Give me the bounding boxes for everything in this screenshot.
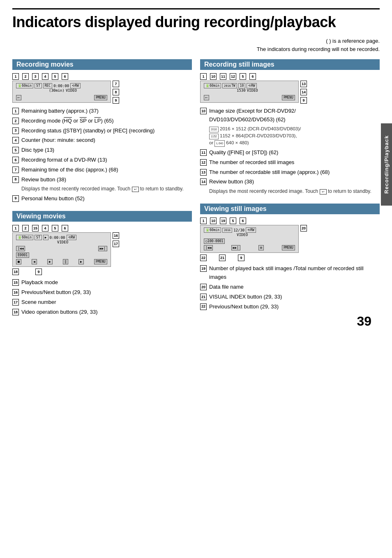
num-12: 12	[230, 73, 236, 80]
diag-screen-rec-movies: 🔋60min ST REC 0:00:00 ⟲RW (30min) VIDEO	[12, 81, 111, 103]
screen-vs-row1: 🔋60min 2016 12/30 ⟲RW	[204, 227, 295, 233]
prev-btn[interactable]: |◀◀	[16, 246, 25, 251]
diag-top-nums-view-still: 1 10 19 5 6	[200, 218, 380, 224]
item-text: Previous/Next button (29, 33)	[21, 288, 192, 297]
diag-body-still-row: 🔋60min 2016TW 10 ⟲RW 1530 VIDEO ⟵	[200, 81, 380, 104]
next-vs[interactable]: ▶▶|	[231, 245, 240, 250]
list-item: 21 VISUAL INDEX button (29, 33)	[200, 293, 380, 301]
num-5vs: 5	[230, 218, 236, 224]
item-num: 21	[200, 294, 207, 300]
screen-vs-row2: VIDEO	[204, 233, 295, 237]
disc-rw-vs: ⟲RW	[246, 227, 256, 233]
review-btn-s[interactable]: ⟵	[204, 95, 209, 100]
item-num: 18	[12, 309, 19, 315]
disc-rw-icon-v: ⟲RW	[67, 235, 77, 240]
image-count: 1530	[237, 88, 246, 93]
screen-row-1: 🔋60min ST REC 0:00:00 ⟲RW	[16, 83, 107, 88]
op-btn-2[interactable]: ◀	[32, 259, 37, 264]
list-item: 10 Image size (Except for DCR-DVD92/DVD1…	[200, 107, 380, 124]
page-title: Indicators displayed during recording/pl…	[12, 8, 380, 31]
ops-row-vs: |◀◀ ▶▶| ⊞ PMENU	[204, 245, 295, 250]
size-badge-1152: 1152	[209, 134, 219, 139]
num-17: 17	[113, 241, 119, 247]
item-text: Review button (38)	[209, 178, 380, 186]
diag-body-row: 🔋60min ST REC 0:00:00 ⟲RW (30min) VIDEO	[12, 81, 192, 104]
item-text: Remaining time of the disc (approx.) (68…	[21, 166, 192, 174]
item-num: 7	[12, 167, 19, 173]
list-item: 15 Playback mode	[12, 278, 192, 287]
num-15: 15	[32, 225, 39, 232]
image-num-vs: 12/30	[233, 228, 244, 232]
num-7: 7	[113, 81, 119, 87]
item-text: Playback mode	[21, 278, 192, 287]
op-btn-5[interactable]: ▶	[78, 259, 84, 264]
list-item: 8 Review button (38)	[12, 176, 192, 184]
num-6: 6	[62, 225, 68, 232]
num-16: 16	[113, 232, 119, 239]
review-btn[interactable]: ⟵	[16, 95, 21, 100]
pmenu-btn-s[interactable]: PMENU	[282, 95, 295, 100]
rec-mode-icon: ST	[35, 83, 42, 88]
item-num: 1	[12, 108, 19, 114]
item-num: 19	[200, 265, 207, 272]
counter-v: 0:00:00	[50, 236, 65, 240]
list-item: 2 Recording mode (HQ or SP or LP) (65)	[12, 117, 192, 125]
item-num: 8	[12, 176, 19, 183]
num-13: 13	[300, 81, 307, 87]
ops-row: ■ ◀ ▶ ‖ ▶ PMENU	[16, 259, 107, 264]
diag-body-vstill-row: 🔋60min 2016 12/30 ⟲RW VIDEO ○100-0001	[200, 225, 380, 253]
viewing-still-section: Viewing still images 1 10 19 5 6 🔋60min	[200, 204, 380, 311]
op-btn-1[interactable]: ■	[16, 259, 21, 264]
list-item: 12 The number of recorded still images	[200, 158, 380, 167]
video-label-v: VIDEO	[57, 240, 68, 244]
right-nums-view: 16 17	[113, 232, 119, 247]
battery-s: 🔋60min	[204, 83, 221, 88]
bottom-nums-vstill: 22 21 9	[200, 255, 380, 261]
recording-movies-diagram: 1 2 3 4 5 6 🔋60min ST REC	[12, 73, 192, 104]
num-2: 2	[22, 73, 29, 80]
vis-idx-btn[interactable]: ⊞	[258, 245, 264, 250]
pmenu-btn-v[interactable]: PMENU	[94, 259, 107, 264]
list-item: 13 The number of recordable still image …	[200, 168, 380, 177]
op-btn-4[interactable]: ‖	[63, 259, 68, 264]
prev-vs[interactable]: |◀◀	[204, 245, 213, 250]
item-text: Recording mode (HQ or SP or LP) (65)	[21, 117, 192, 125]
sub-item-still: 2016 2016 × 1512 (DCR-DVD403/DVD803)/ 11…	[209, 125, 380, 147]
num-8: 8	[113, 89, 119, 95]
num-1: 1	[12, 225, 19, 232]
recording-still-section: Recording still images 1 10 11 12 5 6 🔋6	[200, 59, 380, 195]
item-num: 3	[12, 127, 19, 134]
item-text: The number of recordable still image (ap…	[209, 168, 380, 177]
format-still: VIDEO	[247, 88, 258, 93]
num-10vs: 10	[210, 218, 217, 224]
viewing-movies-section: Viewing movies 1 2 15 4 5 6 🔋60min	[12, 211, 192, 316]
pmenu-vs[interactable]: PMENU	[282, 245, 295, 250]
left-column: Recording movies 1 2 3 4 5 6 🔋60min	[12, 59, 192, 325]
num-6: 6	[62, 73, 68, 80]
list-item: 19 Number of played back still images /T…	[200, 264, 380, 282]
screen-row-v1: 🔋60min ST ▶ 0:00:00 ⟲RW	[16, 235, 107, 240]
scene-row: E0001	[16, 252, 107, 258]
pmenu-btn[interactable]: PMENU	[94, 95, 107, 100]
num-9s: 9	[300, 97, 307, 104]
diag-top-nums-rec-still: 1 10 11 12 5 6	[200, 73, 380, 80]
next-btn[interactable]: ▶▶|	[98, 246, 107, 251]
size-vs: 2016	[222, 228, 232, 233]
item-text: Quality ([FINE] or [STD]) (62)	[209, 148, 380, 157]
item-text: Previous/Next button (29, 33)	[209, 303, 380, 311]
reference-note: ( ) is a reference page. The indicators …	[12, 37, 380, 53]
sub-item: Displays the most recently recorded imag…	[21, 185, 192, 193]
right-nums-rec: 7 8 9	[113, 81, 119, 104]
btn-row-rec: ⟵ PMENU	[16, 95, 107, 100]
op-btn-3[interactable]: ▶	[47, 259, 53, 264]
diag-screen-rec-still: 🔋60min 2016TW 10 ⟲RW 1530 VIDEO ⟵	[200, 81, 299, 103]
viewing-movies-header: Viewing movies	[12, 211, 192, 222]
item-num: 17	[12, 299, 19, 306]
counter-display: 0:00:00	[53, 84, 69, 88]
size-icon: 2016TW	[222, 83, 237, 88]
num-14: 14	[300, 89, 307, 95]
recording-movies-section: Recording movies 1 2 3 4 5 6 🔋60min	[12, 59, 192, 203]
item-text: Video operation buttons (29, 33)	[21, 308, 192, 317]
rec-status-icon: REC	[43, 83, 52, 88]
item-text: Remaining battery (approx.) (37)	[21, 107, 192, 116]
